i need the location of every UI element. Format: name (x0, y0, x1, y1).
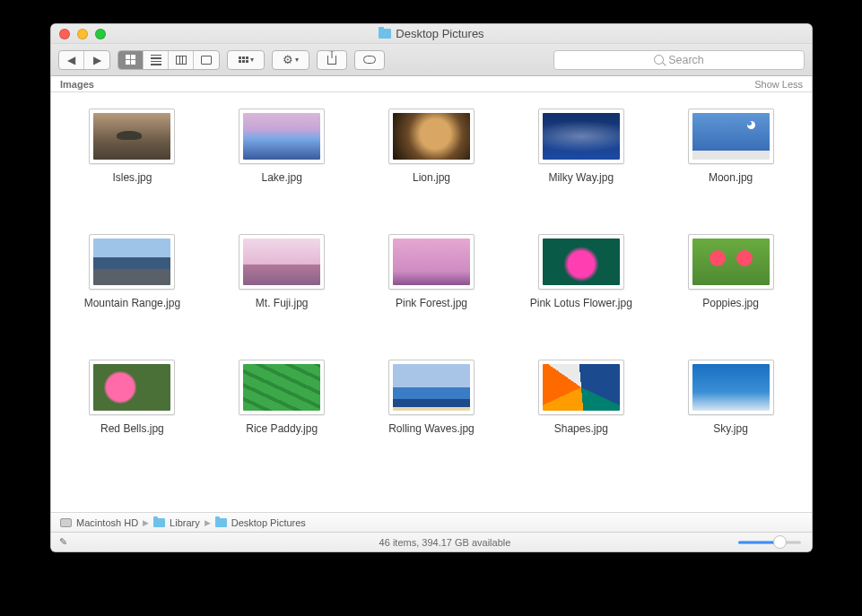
file-name: Mountain Range.jpg (84, 297, 180, 309)
thumbnail (89, 360, 175, 415)
file-item[interactable]: Mountain Range.jpg (62, 234, 203, 309)
path-seg-3[interactable]: Desktop Pictures (231, 517, 306, 528)
thumbnail-image (692, 113, 770, 160)
edit-tags-button[interactable] (355, 51, 384, 69)
file-name: Red Bells.jpg (100, 422, 164, 435)
file-item[interactable]: Mt. Fuji.jpg (212, 234, 353, 309)
thumbnail-image (93, 113, 170, 160)
chevron-right-icon: ▶ (143, 518, 149, 527)
action-button[interactable]: ⚙▾ (273, 51, 309, 69)
file-name: Isles.jpg (112, 171, 152, 184)
column-view-button[interactable] (169, 51, 194, 69)
icon-view-button[interactable] (118, 51, 144, 69)
file-item[interactable]: Pink Lotus Flower.jpg (510, 234, 651, 309)
content-area: Isles.jpgLake.jpgLion.jpgMilky Way.jpgMo… (51, 92, 812, 512)
file-item[interactable]: Red Bells.jpg (62, 360, 203, 435)
search-placeholder: Search (668, 54, 704, 66)
folder-icon (153, 518, 165, 527)
file-item[interactable]: Sky.jpg (660, 360, 801, 435)
folder-icon (379, 29, 391, 39)
toolbar: ◀ ▶ ▾ ⚙▾ (51, 44, 812, 76)
file-name: Rolling Waves.jpg (388, 422, 475, 435)
view-mode-buttons (118, 50, 220, 70)
thumbnail (388, 108, 475, 164)
file-name: Lion.jpg (413, 171, 450, 184)
status-bar: ✎ 46 items, 394.17 GB available (51, 532, 812, 551)
path-seg-2[interactable]: Library (170, 517, 200, 528)
window-title-text: Desktop Pictures (396, 27, 483, 40)
thumbnail (239, 360, 325, 415)
thumbnail (538, 108, 624, 164)
thumbnail-image (393, 364, 470, 411)
window-title: Desktop Pictures (51, 27, 812, 40)
file-item[interactable]: Pink Forest.jpg (361, 234, 502, 309)
show-less-button[interactable]: Show Less (754, 79, 803, 90)
thumbnail-image (692, 239, 770, 285)
file-name: Milky Way.jpg (548, 171, 614, 184)
list-view-button[interactable] (144, 51, 169, 69)
minimize-button[interactable] (77, 29, 88, 39)
thumbnail-image (93, 364, 170, 411)
forward-button[interactable]: ▶ (84, 51, 109, 69)
folder-icon (215, 518, 227, 527)
back-button[interactable]: ◀ (59, 51, 84, 69)
coverflow-view-button[interactable] (194, 51, 219, 69)
arrange-menu: ▾ (227, 50, 265, 70)
file-item[interactable]: Rolling Waves.jpg (361, 360, 502, 435)
hard-drive-icon (60, 518, 72, 527)
titlebar: Desktop Pictures (51, 24, 812, 44)
file-item[interactable]: Milky Way.jpg (510, 108, 651, 184)
file-name: Lake.jpg (262, 171, 302, 184)
thumbnail-image (93, 239, 170, 285)
close-button[interactable] (59, 29, 70, 39)
thumbnail-image (543, 364, 620, 411)
share-group (317, 50, 347, 70)
file-item[interactable]: Moon.jpg (660, 108, 801, 184)
file-item[interactable]: Lake.jpg (212, 108, 353, 184)
thumbnail-image (543, 239, 620, 285)
thumbnail (688, 360, 774, 415)
thumbnail (538, 234, 624, 290)
edit-icon[interactable]: ✎ (51, 536, 78, 548)
thumbnail-image (543, 113, 620, 160)
file-name: Poppies.jpg (702, 297, 759, 309)
section-header: Images Show Less (51, 76, 812, 92)
arrange-button[interactable]: ▾ (228, 51, 264, 69)
thumbnail (688, 234, 774, 290)
zoom-button[interactable] (95, 29, 106, 39)
share-button[interactable] (318, 51, 346, 69)
thumbnail-image (692, 364, 770, 411)
file-item[interactable]: Shapes.jpg (510, 360, 651, 435)
path-seg-1[interactable]: Macintosh HD (76, 517, 138, 528)
thumbnail-image (243, 239, 320, 285)
file-name: Pink Forest.jpg (396, 297, 467, 309)
search-icon (654, 55, 664, 65)
file-item[interactable]: Lion.jpg (361, 108, 502, 184)
file-name: Rice Paddy.jpg (246, 422, 318, 435)
nav-buttons: ◀ ▶ (58, 50, 110, 70)
file-item[interactable]: Rice Paddy.jpg (212, 360, 353, 435)
thumbnail-image (243, 364, 320, 411)
thumbnail (89, 108, 175, 164)
path-bar: Macintosh HD ▶ Library ▶ Desktop Picture… (51, 512, 812, 532)
file-name: Shapes.jpg (554, 422, 608, 435)
file-item[interactable]: Poppies.jpg (660, 234, 801, 309)
file-name: Mt. Fuji.jpg (256, 297, 309, 309)
file-name: Moon.jpg (709, 171, 753, 184)
icon-size-slider[interactable] (738, 541, 801, 543)
thumbnail (388, 360, 475, 415)
thumbnail (538, 360, 624, 415)
thumbnail (688, 108, 774, 164)
thumbnail (388, 234, 475, 290)
chevron-right-icon: ▶ (205, 518, 211, 527)
thumbnail (239, 234, 325, 290)
action-menu: ⚙▾ (272, 50, 309, 70)
tags-group (354, 50, 385, 70)
thumbnail (239, 108, 325, 164)
finder-window: Desktop Pictures ◀ ▶ ▾ ⚙▾ (50, 23, 813, 552)
status-text: 46 items, 394.17 GB available (78, 537, 812, 548)
thumbnail-image (243, 113, 320, 160)
file-name: Pink Lotus Flower.jpg (530, 297, 632, 309)
search-field[interactable]: Search (553, 50, 805, 70)
file-item[interactable]: Isles.jpg (62, 108, 203, 184)
